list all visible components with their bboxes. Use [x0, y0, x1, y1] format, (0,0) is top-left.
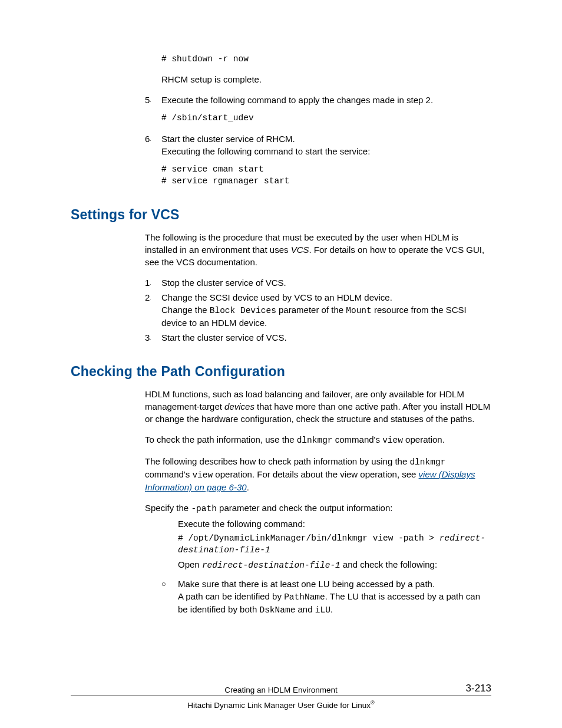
- list-number: 1.: [145, 276, 161, 289]
- bullet-circle-icon: ○: [161, 578, 178, 617]
- list-body: Execute the following command to apply t…: [161, 94, 491, 106]
- list-body: Start the cluster service of VCS.: [161, 331, 491, 344]
- code-block-startudev: # /sbin/start_udev: [161, 112, 491, 124]
- path-exec: Execute the following command:: [178, 518, 491, 530]
- page-footer: Creating an HDLM Environment 3-213 Hitac…: [71, 683, 491, 710]
- list-item-5: 5. Execute the following command to appl…: [145, 94, 491, 106]
- list-body: Start the cluster service of RHCM. Execu…: [161, 133, 491, 157]
- document-page: # shutdown -r now RHCM setup is complete…: [0, 0, 562, 728]
- heading-settings-vcs: Settings for VCS: [71, 207, 491, 223]
- path-p2: To check the path information, use the d…: [145, 433, 491, 446]
- list-number: 6.: [145, 133, 161, 157]
- vcs-intro: The following is the procedure that must…: [145, 231, 491, 268]
- para-rhcm-complete: RHCM setup is complete.: [161, 73, 491, 85]
- line: Start the cluster service of RHCM.: [161, 133, 491, 145]
- line: Make sure that there is at least one LU …: [178, 578, 491, 590]
- path-p4: Specify the -path parameter and check th…: [145, 502, 491, 515]
- footer-chapter-title: Creating an HDLM Environment: [112, 686, 450, 694]
- list-item-6: 6. Start the cluster service of RHCM. Ex…: [145, 133, 491, 157]
- list-body: Change the SCSI device used by VCS to an…: [161, 291, 491, 329]
- path-content: HDLM functions, such as load balancing a…: [145, 388, 491, 616]
- line: Change the Block Devices parameter of th…: [161, 304, 491, 329]
- vcs-item-1: 1. Stop the cluster service of VCS.: [145, 276, 491, 289]
- bullet-item-1: ○ Make sure that there is at least one L…: [161, 578, 491, 617]
- list-number: 3.: [145, 331, 161, 344]
- list-body: Stop the cluster service of VCS.: [161, 276, 491, 289]
- path-cmd: # /opt/DynamicLinkManager/bin/dlnkmgr vi…: [178, 532, 491, 556]
- vcs-content: The following is the procedure that must…: [145, 231, 491, 344]
- vcs-item-3: 3. Start the cluster service of VCS.: [145, 331, 491, 344]
- heading-path-config: Checking the Path Configuration: [71, 364, 491, 380]
- bullet-body: Make sure that there is at least one LU …: [178, 578, 491, 617]
- path-p1: HDLM functions, such as load balancing a…: [145, 388, 491, 425]
- footer-top-row: Creating an HDLM Environment 3-213: [71, 683, 491, 696]
- vcs-item-2: 2. Change the SCSI device used by VCS to…: [145, 291, 491, 329]
- page-content: # shutdown -r now RHCM setup is complete…: [145, 53, 491, 187]
- path-open: Open redirect-destination-file-1 and che…: [178, 558, 491, 571]
- footer-doc-title: Hitachi Dynamic Link Manager User Guide …: [71, 700, 491, 710]
- line: Change the SCSI device used by VCS to an…: [161, 291, 491, 304]
- path-p3: The following describes how to check pat…: [145, 455, 491, 494]
- footer-page-number: 3-213: [450, 683, 491, 694]
- code-block-service: # service cman start # service rgmanager…: [161, 163, 491, 187]
- list-number: 5.: [145, 94, 161, 106]
- code-block-shutdown: # shutdown -r now: [161, 53, 491, 65]
- line: A path can be identified by PathName. Th…: [178, 590, 491, 617]
- list-number: 2.: [145, 291, 161, 329]
- line: Executing the following command to start…: [161, 145, 491, 157]
